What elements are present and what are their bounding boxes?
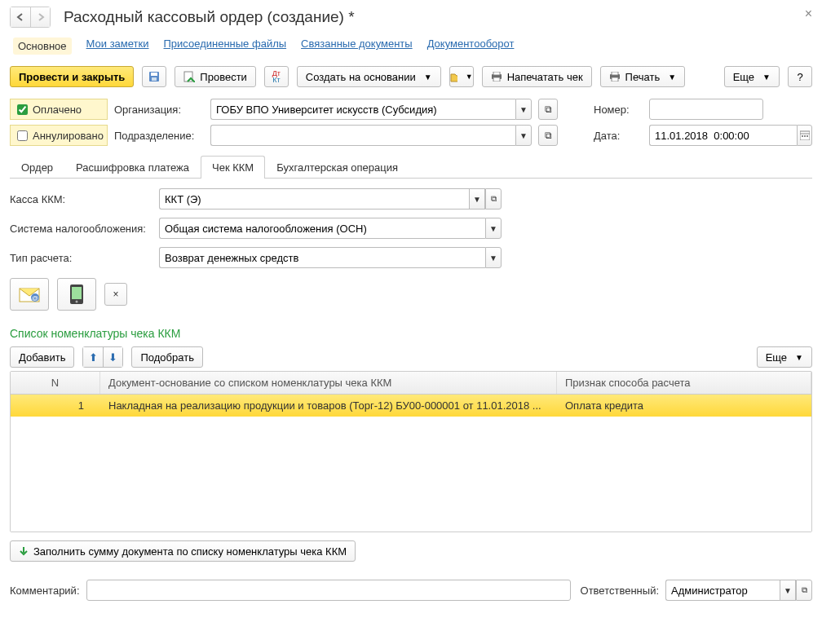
tab-order[interactable]: Ордер [10,156,64,179]
post-label: Провести [200,71,247,83]
cell-n: 1 [11,395,100,417]
tax-input[interactable] [159,218,485,239]
fill-sum-button[interactable]: Заполнить сумму документа по списку номе… [10,540,356,562]
help-button[interactable]: ? [788,66,812,87]
svg-text:@: @ [32,294,38,302]
arrow-down-icon [19,546,29,556]
svg-rect-8 [612,72,618,75]
calendar-icon[interactable] [797,125,812,146]
nav-back-button[interactable] [11,7,30,27]
nav-forward-button[interactable] [30,7,50,27]
kkm-label: Касса ККМ: [10,193,152,205]
responsible-dropdown-icon[interactable]: ▼ [780,580,796,601]
link-related[interactable]: Связанные документы [301,37,413,55]
number-label: Номер: [594,104,643,116]
save-button[interactable] [142,66,166,87]
kkm-dropdown-icon[interactable]: ▼ [469,188,485,210]
tax-label: Система налогообложения: [10,223,152,235]
print-button[interactable]: Печать ▼ [600,66,686,87]
add-button[interactable]: Добавить [10,346,74,368]
svg-rect-6 [493,77,500,82]
svg-rect-1 [151,73,157,76]
link-docflow[interactable]: Документооборот [427,37,515,55]
attach-button[interactable]: ▼ [449,66,474,87]
send-sms-button[interactable] [57,278,96,311]
create-based-label: Создать на основании [306,71,416,83]
svg-rect-12 [802,135,803,137]
tax-dropdown-icon[interactable]: ▼ [485,218,502,239]
link-files[interactable]: Присоединенные файлы [164,37,287,55]
save-icon [148,71,160,82]
more-label: Еще [733,71,754,83]
clear-button[interactable]: × [104,283,127,306]
number-input[interactable] [649,99,763,120]
link-main[interactable]: Основное [13,37,72,55]
nav-buttons [10,7,51,28]
dept-open-button[interactable]: ⧉ [538,125,558,146]
cell-doc: Накладная на реализацию продукции и това… [100,395,557,417]
col-attr[interactable]: Признак способа расчета [557,372,811,394]
svg-rect-13 [804,135,806,137]
date-label: Дата: [594,130,643,142]
post-button[interactable]: Провести [175,66,256,87]
dept-label: Подразделение: [114,130,204,142]
tab-check[interactable]: Чек ККМ [201,156,265,179]
date-input[interactable] [649,125,797,146]
org-input[interactable] [210,99,515,120]
printer-icon [491,72,502,82]
svg-rect-5 [493,72,500,75]
svg-point-20 [76,301,78,303]
cell-attr: Оплата кредита [557,395,811,417]
printer-icon [609,72,621,82]
table-more-label: Еще [766,351,787,364]
type-input[interactable] [159,247,485,268]
tab-decrypt[interactable]: Расшифровка платежа [64,156,201,179]
org-open-button[interactable]: ⧉ [538,99,558,120]
paid-checkbox-cell[interactable]: Оплачено [10,99,108,120]
post-and-close-button[interactable]: Провести и закрыть [10,66,134,87]
page-title: Расходный кассовый ордер (создание) * [64,8,355,26]
svg-rect-2 [152,77,157,81]
type-dropdown-icon[interactable]: ▼ [485,247,502,268]
fill-sum-label: Заполнить сумму документа по списку номе… [33,545,347,558]
responsible-open-button[interactable]: ⧉ [796,580,812,601]
main-toolbar: Провести и закрыть Провести ДтКт Создать… [10,66,812,87]
print-check-button[interactable]: Напечатать чек [482,66,592,87]
send-email-button[interactable]: @ [10,278,49,311]
kkm-input[interactable] [159,188,469,210]
close-icon[interactable]: × [805,7,812,21]
responsible-input[interactable] [665,580,780,601]
table-more-button[interactable]: Еще ▼ [757,346,812,368]
paid-label: Оплачено [33,104,82,116]
link-notes[interactable]: Мои заметки [86,37,149,55]
responsible-label: Ответственный: [581,584,659,597]
type-label: Тип расчета: [10,252,152,264]
svg-rect-14 [807,135,808,137]
nomenclature-table: N Документ-основание со списком номенкла… [10,371,812,532]
dept-dropdown-icon[interactable]: ▼ [515,125,532,146]
col-n[interactable]: N [11,372,100,394]
cancelled-checkbox-cell[interactable]: Аннулировано [10,125,108,146]
move-down-button[interactable]: ⬇ [103,347,122,367]
comment-input[interactable] [86,580,571,601]
kkm-open-button[interactable]: ⧉ [485,188,502,210]
pick-button[interactable]: Подобрать [131,346,202,368]
more-button[interactable]: Еще ▼ [724,66,780,87]
dtkt-button[interactable]: ДтКт [264,66,289,87]
table-row[interactable]: 1 Накладная на реализацию продукции и то… [11,395,811,417]
folder-icon [450,71,457,82]
print-label: Печать [625,71,661,83]
org-dropdown-icon[interactable]: ▼ [515,99,532,120]
create-based-on-button[interactable]: Создать на основании ▼ [297,66,441,87]
dept-input[interactable] [210,125,515,146]
svg-rect-9 [612,77,618,82]
paid-checkbox[interactable] [17,104,28,115]
col-doc[interactable]: Документ-основание со списком номенклату… [100,372,557,394]
section-title: Список номенклатуры чека ККМ [10,327,812,340]
email-icon: @ [19,286,40,302]
svg-rect-19 [72,287,82,299]
tab-acct[interactable]: Бухгалтерская операция [265,156,409,179]
cancelled-checkbox[interactable] [17,130,28,141]
phone-icon [69,284,84,305]
move-up-button[interactable]: ⬆ [83,347,103,367]
